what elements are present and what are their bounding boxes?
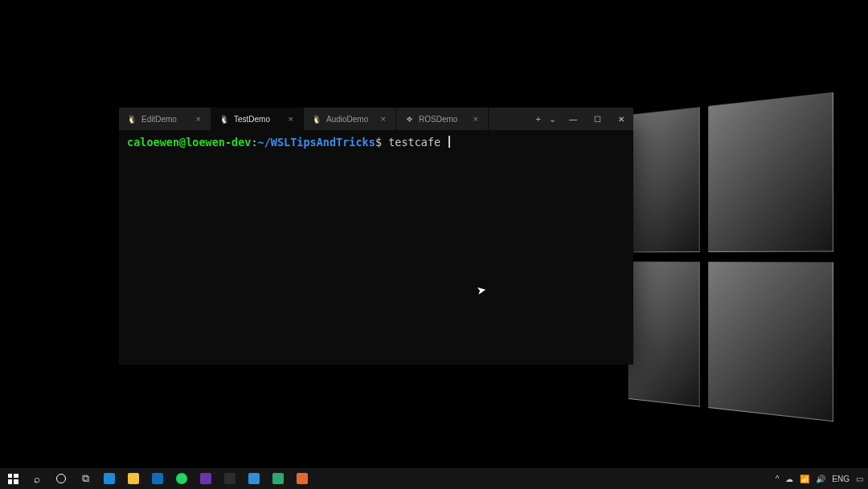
spotify-icon[interactable]	[174, 471, 190, 487]
minimize-button[interactable]: —	[561, 108, 585, 130]
tab-close-icon[interactable]: ×	[472, 114, 480, 124]
prompt-user-host: caloewen@loewen-dev	[127, 136, 251, 149]
tab-close-icon[interactable]: ×	[379, 114, 387, 124]
prompt-path: ~/WSLTipsAndTricks	[258, 136, 375, 149]
tray-cloud-icon[interactable]: ☁	[785, 475, 793, 483]
app1-icon[interactable]	[270, 471, 286, 487]
window-controls: — ☐ ✕	[561, 108, 633, 130]
tux-icon: 🐧	[219, 114, 229, 124]
tab-dropdown-button[interactable]: ⌄	[549, 114, 556, 124]
terminal-cursor	[448, 136, 450, 148]
terminal-tab-audiodemo[interactable]: 🐧AudioDemo×	[304, 108, 396, 130]
terminal-icon[interactable]	[222, 471, 238, 487]
prompt-command: testcafe	[388, 136, 447, 149]
tab-label: AudioDemo	[326, 115, 375, 124]
terminal-body[interactable]: caloewen@loewen-dev:~/WSLTipsAndTricks$ …	[119, 130, 633, 365]
vs-icon[interactable]	[198, 471, 214, 487]
outlook-icon[interactable]	[149, 471, 166, 487]
tux-icon: 🐧	[312, 114, 321, 124]
edge-icon[interactable]	[101, 471, 117, 487]
terminal-tab-rosdemo[interactable]: ❖ROSDemo×	[396, 108, 489, 130]
windows-wallpaper	[611, 104, 836, 410]
windows-icon: ❖	[404, 114, 414, 124]
search-icon[interactable]: ⌕	[29, 471, 45, 487]
tab-label: EditDemo	[141, 115, 190, 124]
tab-label: ROSDemo	[419, 115, 467, 124]
taskbar-left: ⌕⧉	[5, 468, 310, 489]
tray-wifi-icon[interactable]: 📶	[800, 475, 809, 483]
tab-close-icon[interactable]: ×	[194, 114, 203, 124]
tab-close-icon[interactable]: ×	[287, 114, 295, 124]
close-button[interactable]: ✕	[609, 108, 633, 130]
app2-icon[interactable]	[294, 471, 310, 487]
prompt-symbol: $	[375, 136, 382, 149]
tab-actions: + ⌄	[531, 108, 561, 130]
start-button[interactable]	[5, 471, 21, 487]
tray-lang[interactable]: ENG	[832, 475, 850, 483]
terminal-titlebar[interactable]: 🐧EditDemo×🐧TestDemo×🐧AudioDemo×❖ROSDemo×…	[119, 108, 633, 130]
terminal-tab-editdemo[interactable]: 🐧EditDemo×	[119, 108, 211, 130]
tray-chevron-icon[interactable]: ^	[776, 475, 780, 483]
tux-icon: 🐧	[127, 114, 137, 124]
cortana-icon[interactable]	[53, 471, 69, 487]
tray-notifications-icon[interactable]: ▭	[856, 475, 863, 483]
terminal-tab-testdemo[interactable]: 🐧TestDemo×	[211, 108, 304, 130]
windows-terminal-window: 🐧EditDemo×🐧TestDemo×🐧AudioDemo×❖ROSDemo×…	[119, 108, 633, 365]
tray-volume-icon[interactable]: 🔊	[816, 475, 825, 483]
taskbar-tray: ^ ☁ 📶 🔊 ENG ▭	[776, 468, 863, 489]
maximize-button[interactable]: ☐	[585, 108, 609, 130]
explorer-icon[interactable]	[125, 471, 141, 487]
task-view-icon[interactable]: ⧉	[77, 471, 93, 487]
vscode-icon[interactable]	[246, 471, 262, 487]
tab-label: TestDemo	[234, 115, 282, 124]
new-tab-button[interactable]: +	[536, 114, 541, 124]
windows-taskbar: ⌕⧉ ^ ☁ 📶 🔊 ENG ▭	[0, 468, 868, 489]
terminal-tabs: 🐧EditDemo×🐧TestDemo×🐧AudioDemo×❖ROSDemo×	[119, 108, 531, 130]
prompt-separator: :	[251, 136, 257, 149]
